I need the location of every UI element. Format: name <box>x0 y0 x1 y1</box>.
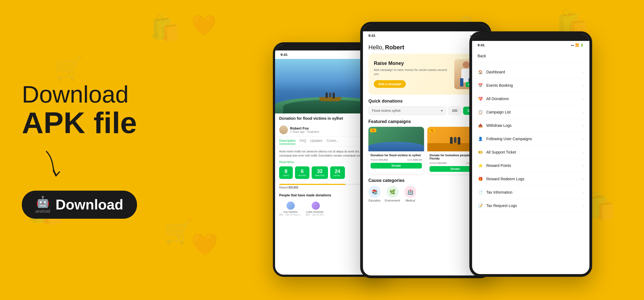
tab-comments[interactable]: Comm... <box>327 139 339 144</box>
menu-item-events[interactable]: 📅 Events Booking › <box>472 79 589 92</box>
hero-banner: Raise Money Add campaign to raise money … <box>368 54 483 95</box>
tab-updates[interactable]: Updates <box>310 139 323 144</box>
menu-item-campaign[interactable]: 📋 Campaign List › <box>472 106 589 119</box>
dashboard-label: Dashboard <box>486 70 505 74</box>
donation-amount[interactable]: 200 <box>448 106 461 115</box>
menu-item-donations[interactable]: 💝 All Donations › <box>472 92 589 106</box>
android-icon: 🤖 <box>36 196 50 208</box>
menu-item-left-campaign: 📋 Campaign List <box>478 109 511 115</box>
tab-description[interactable]: Description <box>279 139 296 144</box>
card1-body: Donation for flood victims in sylhet Rai… <box>368 151 424 171</box>
menu-item-left-dashboard: 🏠 Dashboard <box>478 69 505 75</box>
medical-icon: 🏥 <box>404 186 416 198</box>
events-label: Events Booking <box>486 83 513 88</box>
following-arrow: › <box>583 137 584 141</box>
campaign-arrow: › <box>583 110 584 114</box>
campaign-card-1: 🔖 Donation for flood victims in sylhet R… <box>368 127 424 174</box>
support-icon: 🎫 <box>478 149 483 155</box>
featured-header: Featured campaigns See All > <box>368 119 483 127</box>
withdraw-arrow: › <box>583 123 584 128</box>
campaign-cards: 🔖 Donation for flood victims in sylhet R… <box>368 127 483 174</box>
greeting: Hello, <box>368 44 384 51</box>
campaign-label: Campaign List <box>486 110 511 114</box>
headline-apk: APK file <box>22 108 186 138</box>
back-btn[interactable]: Back <box>478 54 486 58</box>
menu-item-support[interactable]: 🎫 All Support Ticket › <box>472 146 589 159</box>
withdraw-label: Withdraw Logs <box>486 123 512 128</box>
countdown-minutes: 32 MINUTES <box>312 166 328 179</box>
phone-back-time: 9:41 <box>281 53 288 57</box>
donations-arrow: › <box>583 97 584 101</box>
dashboard-icon: 🏠 <box>478 69 483 75</box>
progress-bar-fill <box>279 184 345 185</box>
tax-request-icon: 📝 <box>478 203 483 208</box>
rewards-label: Reward Points <box>486 163 511 168</box>
redeem-label: Reward Redeem Logs <box>486 177 524 181</box>
menu-item-left-support: 🎫 All Support Ticket <box>478 149 516 155</box>
donor-2: Leslie Alexande... $40 · Sat 28 Mo... <box>306 202 325 216</box>
menu-item-tax-info[interactable]: 📄 Tax Information › <box>472 186 589 199</box>
phone-front: 9:41 ▪▪▪ 📶 🔋 Back 🏠 Dashboard › <box>469 31 592 277</box>
phone-front-status: 9:41 ▪▪▪ 📶 🔋 <box>472 41 589 49</box>
countdown-days: 8 DAYS <box>279 166 293 179</box>
menu-item-left-tax-request: 📝 Tax Request Logs <box>478 203 517 208</box>
phone-middle-time: 9:41 <box>368 34 375 38</box>
tax-info-arrow: › <box>583 190 584 194</box>
tab-faq[interactable]: FAQ <box>300 139 306 144</box>
redeem-icon: 🎁 <box>478 176 483 182</box>
support-label: All Support Ticket <box>486 150 516 154</box>
phones-container: 9:41 ▪▪▪ 📶 🔋 <box>273 20 622 280</box>
arrow-decoration <box>38 146 186 180</box>
menu-item-rewards[interactable]: ⭐ Reward Points › <box>472 159 589 172</box>
tax-info-label: Tax Information <box>486 190 512 194</box>
user-name: Robert <box>385 44 404 51</box>
menu-item-left-donations: 💝 All Donations <box>478 96 509 101</box>
events-icon: 📅 <box>478 83 483 88</box>
campaign-select-label: Flood victims sylhet <box>372 109 401 113</box>
campaign-select[interactable]: Flood victims sylhet ▾ <box>368 106 446 115</box>
status-icons-front: ▪▪▪ 📶 🔋 <box>571 43 584 47</box>
card1-donate-btn[interactable]: Donate <box>371 163 422 169</box>
countdown-seconds: 24 SCON... <box>330 166 345 179</box>
android-logo: 🤖 android <box>35 196 50 214</box>
dashboard-arrow: › <box>583 70 584 74</box>
countdown-hours: 6 HOURS <box>295 166 309 179</box>
withdraw-icon: 📤 <box>478 123 483 128</box>
tax-request-arrow: › <box>583 203 584 208</box>
menu-item-following[interactable]: 👤 Following User Campaigns › <box>472 132 589 146</box>
rewards-icon: ⭐ <box>478 163 483 168</box>
download-label: Download <box>55 196 123 213</box>
card1-badge: 🔖 <box>370 128 376 132</box>
donor-1: Guy Hawkins $80 · Sat 28 May 2... <box>279 202 302 216</box>
category-medical: 🏥 Medical <box>404 186 416 202</box>
category-education: 📚 Education <box>368 186 381 202</box>
card2-badge: 🔖 <box>429 128 435 132</box>
following-label: Following User Campaigns <box>486 137 532 141</box>
card1-title: Donation for flood victims in sylhet <box>371 154 422 157</box>
download-button[interactable]: 🤖 android Download <box>22 191 137 219</box>
left-section: Download APK file 🤖 android Download <box>22 81 186 219</box>
menu-item-tax-request[interactable]: 📝 Tax Request Logs › <box>472 199 589 212</box>
menu-item-left-tax-info: 📄 Tax Information <box>478 190 512 195</box>
tax-request-label: Tax Request Logs <box>486 203 517 208</box>
dropdown-arrow: ▾ <box>441 109 443 113</box>
profile-avatar <box>279 125 288 134</box>
environment-icon: 🌿 <box>386 186 399 198</box>
menu-item-left-events: 📅 Events Booking <box>478 83 513 88</box>
redeem-arrow: › <box>583 177 584 181</box>
add-campaign-btn[interactable]: Add a campaign <box>374 80 406 88</box>
profile-name: Robert Fox <box>290 126 319 130</box>
menu-item-redeem[interactable]: 🎁 Reward Redeem Logs › <box>472 172 589 186</box>
donors-title: People that have made donations <box>279 193 331 197</box>
donations-label: All Donations <box>486 97 509 101</box>
phone-front-time: 9:41 <box>478 43 485 47</box>
menu-item-withdraw[interactable]: 📤 Withdraw Logs › <box>472 119 589 132</box>
campaign-icon: 📋 <box>478 109 483 115</box>
menu-item-left-redeem: 🎁 Reward Redeem Logs <box>478 176 524 182</box>
menu-header: Back <box>472 49 589 63</box>
menu-item-dashboard[interactable]: 🏠 Dashboard › <box>472 65 589 79</box>
menu-item-left-following: 👤 Following User Campaigns <box>478 136 532 142</box>
education-icon: 📚 <box>368 186 381 198</box>
hero-subtitle: Add campaign to raise money for social c… <box>374 68 450 76</box>
support-arrow: › <box>583 150 584 154</box>
